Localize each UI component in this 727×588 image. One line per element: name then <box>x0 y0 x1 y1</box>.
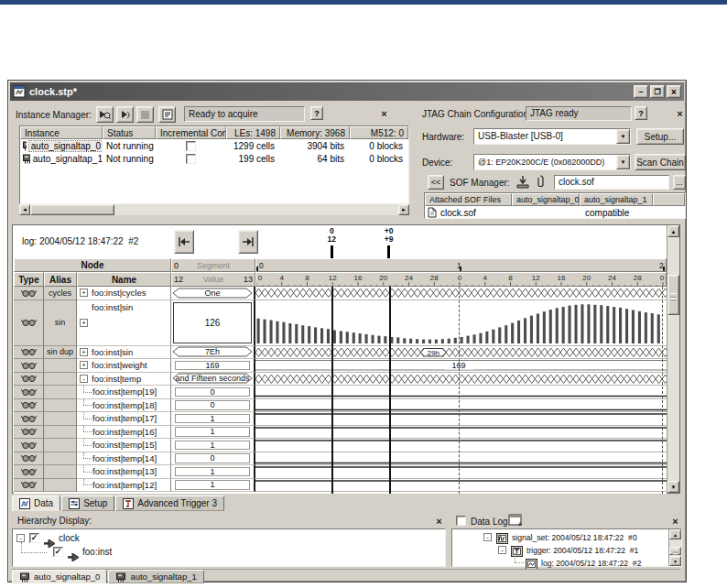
alias-cell[interactable] <box>44 412 77 426</box>
incremental-compile-checkbox[interactable] <box>186 141 196 151</box>
name-cell[interactable]: +foo:inst|weight <box>77 359 171 373</box>
signal-row[interactable]: cycles+foo:inst|cyclesOne <box>14 287 667 300</box>
data-log-close-icon[interactable]: × <box>669 515 681 527</box>
data-log-item-label[interactable]: log: 2004/05/12 18:47:22 #2 <box>541 559 641 568</box>
alias-cell[interactable] <box>44 465 77 479</box>
expand-toggle-icon[interactable]: - <box>16 534 25 542</box>
instance-hscrollbar[interactable]: ◄ ► <box>19 204 409 215</box>
column-header[interactable]: Instance <box>20 126 103 139</box>
column-header[interactable] <box>653 193 685 206</box>
column-header[interactable]: auto_signaltap_0 <box>512 193 580 206</box>
name-cell[interactable]: +foo:inst|sin <box>77 300 171 346</box>
scroll-down-icon[interactable]: ▼ <box>669 556 681 566</box>
type-cell[interactable] <box>14 373 44 387</box>
name-cell[interactable]: foo:inst|temp[18] <box>77 399 171 413</box>
expand-toggle-icon[interactable]: + <box>80 361 88 369</box>
vscroll-thumb[interactable] <box>669 547 681 555</box>
tab-data[interactable]: Data <box>12 495 60 511</box>
value-cell[interactable]: 126 <box>171 300 255 346</box>
type-cell[interactable] <box>14 479 44 493</box>
wave-cell[interactable] <box>255 452 667 466</box>
name-cell[interactable]: foo:inst|temp[12] <box>77 479 171 493</box>
datalog-vscrollbar[interactable]: ▲▼ <box>668 529 681 566</box>
type-cell[interactable] <box>14 359 44 373</box>
hscroll-thumb[interactable] <box>30 204 114 215</box>
value-cell[interactable]: 169 <box>171 359 255 373</box>
column-header[interactable]: Attached SOF Files <box>425 193 512 206</box>
wave-cell[interactable] <box>255 399 667 413</box>
instance-name-cell[interactable]: auto_signaltap_0 <box>20 139 103 152</box>
wave-cell[interactable] <box>255 465 667 479</box>
name-cell[interactable]: foo:inst|temp[14] <box>77 452 171 466</box>
wave-cell[interactable] <box>255 426 667 440</box>
incremental-compile-checkbox[interactable] <box>186 154 196 164</box>
instance-tab-auto_signaltap_1[interactable]: auto_signaltap_1 <box>108 570 203 583</box>
maximize-button[interactable]: ❐ <box>650 85 665 98</box>
signal-row[interactable]: foo:inst|temp[12]1 <box>14 479 667 493</box>
type-cell[interactable] <box>14 412 44 426</box>
time-marker-label[interactable]: +0+9 <box>376 227 402 244</box>
wave-cell[interactable] <box>255 439 667 452</box>
type-cell[interactable] <box>14 465 44 479</box>
alias-cell[interactable] <box>44 439 77 452</box>
data-log-checkbox[interactable] <box>456 516 466 526</box>
wave-cell[interactable]: 169 <box>255 359 667 373</box>
value-cell[interactable]: and Fifteen seconds <box>171 373 255 387</box>
tab-advanced-trigger-3[interactable]: Advanced Trigger 3 <box>115 495 224 511</box>
instance-manager-close-icon[interactable]: × <box>378 107 390 119</box>
collapse-button[interactable]: << <box>428 175 444 190</box>
alias-cell[interactable]: sin dup <box>44 346 77 360</box>
signal-row[interactable]: foo:inst|temp[14]0 <box>14 452 667 466</box>
scroll-up-icon[interactable]: ▲ <box>667 225 679 237</box>
column-header[interactable]: Memory: 3968 <box>280 126 350 139</box>
alias-cell[interactable] <box>44 386 77 399</box>
wave-cell[interactable] <box>255 287 667 300</box>
expand-toggle-icon[interactable]: + <box>80 319 88 327</box>
sof-browse-button[interactable]: ... <box>673 175 686 190</box>
scroll-right-icon[interactable]: ► <box>398 204 409 215</box>
next-capture-button[interactable] <box>238 230 258 254</box>
wave-cell[interactable] <box>255 412 667 426</box>
alias-cell[interactable] <box>44 373 77 387</box>
name-cell[interactable]: foo:inst|temp[19] <box>77 386 171 399</box>
signal-row[interactable]: foo:inst|temp[17]1 <box>14 412 667 426</box>
name-cell[interactable]: foo:inst|temp[17] <box>77 412 171 426</box>
signal-row[interactable]: foo:inst|temp[19]0 <box>14 386 667 399</box>
previous-capture-button[interactable] <box>174 230 194 254</box>
hierarchy-checkbox[interactable]: ✓ <box>53 547 63 557</box>
wave-cell[interactable] <box>255 386 667 399</box>
column-header[interactable]: Status <box>103 126 156 139</box>
compilation-report-button[interactable] <box>158 106 176 123</box>
time-marker-handle[interactable] <box>331 245 333 258</box>
type-cell[interactable] <box>14 399 44 413</box>
segment-band[interactable]: 012 <box>255 258 667 272</box>
jtag-close-icon[interactable]: × <box>674 107 686 119</box>
value-cell[interactable]: 0 <box>171 452 255 466</box>
alias-cell[interactable]: cycles <box>44 287 77 300</box>
expand-toggle-icon[interactable]: - <box>498 546 506 554</box>
scroll-down-icon[interactable]: ▼ <box>667 481 679 493</box>
alias-cell[interactable]: sin <box>44 300 77 346</box>
scan-chain-button[interactable]: Scan Chain <box>635 154 686 170</box>
signal-row[interactable]: sin dup+foo:inst|sin7Eh29h <box>14 346 667 360</box>
signal-row[interactable]: foo:inst|temp[13]1 <box>14 465 667 479</box>
instance-tab-auto_signaltap_0[interactable]: auto_signaltap_0 <box>12 570 107 583</box>
value-cell[interactable]: 1 <box>171 465 255 479</box>
alias-cell[interactable] <box>44 359 77 373</box>
signal-row[interactable]: foo:inst|temp[16]1 <box>14 426 667 440</box>
incremental-compile-cell[interactable] <box>156 152 226 165</box>
alias-cell[interactable] <box>44 426 77 440</box>
minimize-button[interactable]: – <box>634 85 648 98</box>
name-cell[interactable]: -foo:inst|temp <box>77 373 171 387</box>
signal-row[interactable]: foo:inst|temp[15]1 <box>14 439 667 452</box>
sof-attach-icon[interactable] <box>536 174 545 192</box>
value-cell[interactable]: 1 <box>171 439 255 452</box>
type-cell[interactable] <box>14 386 44 399</box>
expand-toggle-icon[interactable]: + <box>80 289 88 297</box>
run-analysis-button[interactable] <box>96 106 114 123</box>
type-cell[interactable] <box>14 346 44 360</box>
sof-download-icon[interactable] <box>515 175 530 192</box>
hierarchy-close-icon[interactable]: × <box>433 515 445 527</box>
time-marker-label[interactable]: 012 <box>319 227 344 244</box>
name-cell[interactable]: foo:inst|temp[16] <box>77 426 171 440</box>
